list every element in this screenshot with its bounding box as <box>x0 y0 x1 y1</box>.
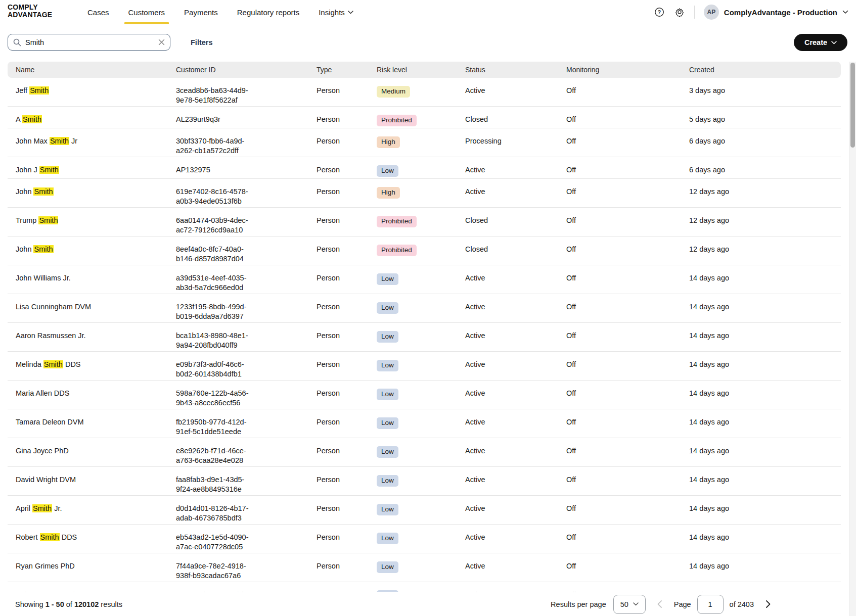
created-cell: 14 days ago <box>681 352 841 369</box>
table-row[interactable]: John J Smith AP132975 Person Low Active … <box>8 157 841 179</box>
table-row[interactable]: Trump Smith 6aa01474-03b9-4dec-ac72-7912… <box>8 208 841 236</box>
filters-button[interactable]: Filters <box>191 34 213 51</box>
table-row[interactable]: Melinda Smith DDS e09b73f3-ad0f-46c6-b0d… <box>8 352 841 381</box>
tab-regulatory-reports[interactable]: Regulatory reports <box>236 0 300 24</box>
status-cell: Active <box>457 157 558 175</box>
column-header-name: Name <box>8 66 168 74</box>
table-row[interactable]: Lisa Cunningham DVM 1233f195-8bdb-499d-b… <box>8 294 841 323</box>
table-row[interactable]: John Smith 8eef4a0c-8fc7-40a0-b146-d857d… <box>8 236 841 265</box>
chevron-down-icon <box>842 10 848 14</box>
primary-nav-tabs: CasesCustomersPaymentsRegulatory reports… <box>86 0 354 24</box>
previous-page-button[interactable] <box>653 597 667 611</box>
tab-insights[interactable]: Insights <box>318 0 354 24</box>
column-header-created: Created <box>681 66 841 74</box>
results-per-page-select[interactable]: 50 <box>613 595 646 614</box>
customer-name: John Max Smith Jr <box>8 128 168 146</box>
search-highlight: Smith <box>22 115 42 123</box>
column-header-monitoring: Monitoring <box>558 66 681 74</box>
table-row[interactable]: John Smith 619e7402-8c16-4578-a0b3-94ede… <box>8 179 841 208</box>
customer-name: Trump Smith <box>8 208 168 225</box>
clear-search-icon[interactable] <box>158 39 165 45</box>
table-row[interactable]: John Max Smith Jr 30bf3370-fbb6-4a9d-a26… <box>8 128 841 157</box>
logo-line-1: COMPLY <box>8 4 52 11</box>
tab-cases[interactable]: Cases <box>86 0 110 24</box>
status-cell: Processing <box>457 128 558 146</box>
created-cell: 14 days ago <box>681 381 841 398</box>
search-highlight: Smith <box>39 166 59 174</box>
created-cell: 14 days ago <box>681 438 841 456</box>
table-row[interactable]: John Williams Jr. a39d531e-4eef-4035-ab3… <box>8 265 841 294</box>
table-row[interactable]: Gina Joyce PhD e8e9262b-f71d-46ce-a763-6… <box>8 438 841 467</box>
status-cell: Active <box>457 179 558 197</box>
page-number-input[interactable] <box>697 595 724 614</box>
scrollbar-thumb[interactable] <box>850 63 855 148</box>
created-cell: 12 days ago <box>681 236 841 254</box>
type-cell: Person <box>308 496 369 513</box>
monitoring-cell: Off <box>558 179 681 197</box>
status-cell: Active <box>457 553 558 571</box>
customer-name: Melinda Smith DDS <box>8 352 168 369</box>
table-row[interactable]: Jeff Smith 3cead8b6-ba63-44d9-9e78-5e1f8… <box>8 78 841 107</box>
status-cell: Active <box>457 352 558 369</box>
customer-id: 30bf3370-fbb6-4a9d-a262-cb1a572c2dff <box>168 128 308 156</box>
risk-badge: Low <box>377 561 398 573</box>
create-button[interactable]: Create <box>794 34 847 51</box>
customer-name: David Wright DVM <box>8 467 168 485</box>
customer-id: 598a760e-122b-4a56-9b43-a8cec86ecf56 <box>168 381 308 408</box>
risk-badge: Low <box>377 533 398 544</box>
risk-badge: High <box>377 136 400 148</box>
table-row[interactable]: David Wright DVM faa8fab3-d9e1-43d5-9f24… <box>8 467 841 496</box>
top-nav-bar: COMPLY ADVANTAGE CasesCustomersPaymentsR… <box>0 0 856 24</box>
status-cell: Closed <box>457 107 558 124</box>
table-row[interactable]: Robert Smith DDS eb543ad2-1e5d-4090-a7ac… <box>8 525 841 553</box>
table-row[interactable]: Tamara Deleon DVM fb21950b-977d-412d-91e… <box>8 409 841 438</box>
scrollbar-track[interactable] <box>849 62 856 616</box>
results-total: 120102 <box>74 600 99 608</box>
type-cell: Person <box>308 128 369 146</box>
tab-payments[interactable]: Payments <box>183 0 219 24</box>
help-icon[interactable]: ? <box>654 7 665 18</box>
monitoring-cell: Off <box>558 553 681 571</box>
type-cell: Person <box>308 467 369 485</box>
account-menu[interactable]: AP ComplyAdvantage - Production <box>704 5 848 20</box>
risk-badge: Low <box>377 273 398 285</box>
customer-id: e09b73f3-ad0f-46c6-b0d2-601438b4dfb1 <box>168 352 308 379</box>
created-cell: 14 days ago <box>681 294 841 312</box>
nav-divider <box>694 6 695 19</box>
created-cell: 12 days ago <box>681 179 841 197</box>
risk-badge: Prohibited <box>377 115 417 126</box>
monitoring-cell: Off <box>558 438 681 456</box>
table-row[interactable]: April Smith Jr. d0d14d01-8126-4b17-adab-… <box>8 496 841 525</box>
type-cell: Person <box>308 352 369 369</box>
created-cell: 14 days ago <box>681 323 841 341</box>
comply-advantage-logo[interactable]: COMPLY ADVANTAGE <box>8 4 52 19</box>
search-input[interactable] <box>25 38 154 46</box>
monitoring-cell: Off <box>558 236 681 254</box>
customer-name: Jeff Smith <box>8 78 168 96</box>
type-cell: Person <box>308 265 369 283</box>
status-cell: Active <box>457 438 558 456</box>
customer-id: 1233f195-8bdb-499d-b019-6dda9a7d6397 <box>168 294 308 321</box>
table-row[interactable]: A Smith AL239urt9q3r Person Prohibited C… <box>8 107 841 128</box>
table-row[interactable]: Aaron Rasmussen Jr. bca1b143-8980-48e1-9… <box>8 323 841 352</box>
tab-customers[interactable]: Customers <box>127 0 166 24</box>
table-row[interactable]: Maria Allen DDS 598a760e-122b-4a56-9b43-… <box>8 381 841 409</box>
created-cell: 12 days ago <box>681 208 841 225</box>
search-highlight: Smith <box>29 86 49 94</box>
type-cell: Person <box>308 553 369 571</box>
customer-search-box[interactable] <box>8 34 170 51</box>
settings-gear-icon[interactable] <box>674 7 685 18</box>
created-cell: 5 days ago <box>681 107 841 124</box>
customers-table: NameCustomer IDTypeRisk levelStatusMonit… <box>8 62 841 611</box>
column-header-customer-id: Customer ID <box>168 66 308 74</box>
table-row[interactable]: Ryan Grimes PhD 7f44a9ce-78e2-4918-938f-… <box>8 553 841 582</box>
risk-badge: Low <box>377 302 398 314</box>
risk-badge: Low <box>377 446 398 458</box>
table-header-row: NameCustomer IDTypeRisk levelStatusMonit… <box>8 62 841 78</box>
customer-id: e8e9262b-f71d-46ce-a763-6caa28e4e028 <box>168 438 308 465</box>
tab-label: Cases <box>87 8 109 17</box>
next-page-button[interactable] <box>761 597 775 611</box>
column-header-type: Type <box>308 66 369 74</box>
tab-label: Regulatory reports <box>237 8 299 17</box>
type-cell: Person <box>308 236 369 254</box>
